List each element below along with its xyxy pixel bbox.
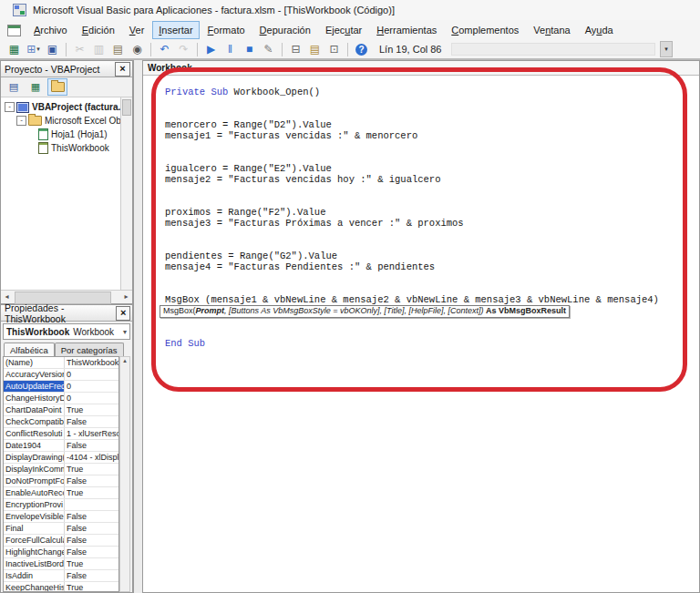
scroll-right-icon[interactable]: ▸ xyxy=(120,291,132,302)
property-row[interactable]: DisplayDrawing(-4104 - xlDispl xyxy=(4,452,118,464)
tab-alfabetica[interactable]: Alfabética xyxy=(4,343,55,356)
project-explorer-icon[interactable]: ⊟ xyxy=(287,41,304,57)
menu-archivo[interactable]: Archivo xyxy=(27,21,74,39)
menu-ver[interactable]: Ver xyxy=(123,21,151,39)
menu-insertar[interactable]: Insertar xyxy=(152,21,199,39)
project-icon xyxy=(16,102,29,113)
menu-formato[interactable]: Formato xyxy=(201,21,252,39)
object-browser-icon[interactable]: ⊡ xyxy=(325,41,343,57)
properties-window-icon[interactable]: ▤ xyxy=(306,41,324,57)
property-value[interactable]: False xyxy=(65,535,118,546)
tab-por-categorias[interactable]: Por categorías xyxy=(55,343,124,356)
menu-herramientas[interactable]: Herramientas xyxy=(370,21,443,39)
property-row[interactable]: HighlightChangeFalse xyxy=(4,547,118,558)
property-row[interactable]: FinalFalse xyxy=(4,523,118,535)
property-value[interactable]: 0 xyxy=(65,393,118,404)
code-window-menu-icon[interactable] xyxy=(7,25,21,36)
project-tree-scrollbar[interactable] xyxy=(120,97,132,290)
menu-complementos[interactable]: Complementos xyxy=(445,21,525,39)
scrollbar-track[interactable] xyxy=(13,291,120,302)
code-editor[interactable]: Private Sub Workbook_Open() menorcero = … xyxy=(143,76,698,592)
paste-icon[interactable]: ▤ xyxy=(109,41,127,57)
menu-ayuda[interactable]: Ayuda xyxy=(579,21,620,39)
run-icon[interactable]: ▶ xyxy=(202,41,220,57)
code-blank-line xyxy=(165,327,698,338)
property-row[interactable]: DisplayInkCommTrue xyxy=(4,464,118,475)
close-icon[interactable]: × xyxy=(115,62,130,77)
save-icon[interactable]: ▣ xyxy=(44,41,61,57)
break-icon[interactable]: ‖ xyxy=(221,41,239,57)
property-row[interactable]: DoNotPromptFoFalse xyxy=(4,475,118,487)
property-value[interactable]: 1 - xlUserReso xyxy=(65,428,118,439)
view-object-icon[interactable]: ▦ xyxy=(26,78,46,96)
property-value[interactable]: True xyxy=(65,487,118,498)
help-icon[interactable]: ? xyxy=(353,41,370,57)
reset-icon[interactable]: ■ xyxy=(241,41,258,57)
properties-scrollbar[interactable]: ▴ xyxy=(119,356,130,592)
property-value[interactable]: 0 xyxy=(65,381,118,392)
collapse-icon[interactable]: - xyxy=(5,102,15,112)
tree-item-thisworkbook[interactable]: ThisWorkbook xyxy=(1,141,132,155)
tree-item-microsoft-excel-objetos[interactable]: -Microsoft Excel Objetos xyxy=(1,114,132,128)
property-row[interactable]: ForceFullCalculaFalse xyxy=(4,535,118,547)
chevron-down-icon[interactable]: ▾ xyxy=(36,46,40,53)
undo-icon[interactable]: ↶ xyxy=(156,41,173,57)
insert-userform-icon[interactable]: ⊞▾ xyxy=(25,41,42,57)
property-value[interactable]: False xyxy=(65,570,118,581)
property-value[interactable]: True xyxy=(65,558,118,569)
property-value[interactable]: False xyxy=(65,440,118,451)
scroll-up-icon[interactable]: ▴ xyxy=(123,357,127,363)
object-selector-dropdown[interactable]: ThisWorkbook Workbook ▾ xyxy=(3,323,130,340)
code-object-dropdown[interactable]: Workbook xyxy=(143,61,699,76)
property-row[interactable]: (Name)ThisWorkbook xyxy=(4,357,118,369)
property-name: ChangeHistoryD xyxy=(4,393,65,404)
find-icon[interactable]: ◉ xyxy=(129,41,146,57)
toolbar-separator xyxy=(66,43,67,56)
property-value[interactable]: False xyxy=(65,511,118,522)
code-blank-line xyxy=(165,152,698,163)
design-mode-icon[interactable]: ✎ xyxy=(260,41,277,57)
property-row[interactable]: ConflictResoluti1 - xlUserReso xyxy=(4,428,118,440)
property-value[interactable]: True xyxy=(65,464,118,475)
view-code-icon[interactable]: ▤ xyxy=(4,78,24,96)
property-value[interactable]: 0 xyxy=(65,369,118,380)
scroll-left-icon[interactable]: ◂ xyxy=(1,291,13,302)
toggle-folders-icon[interactable] xyxy=(47,78,67,96)
menu-ventana[interactable]: Ventana xyxy=(527,21,576,39)
menu-edicion[interactable]: Edición xyxy=(76,21,121,39)
property-row[interactable]: AutoUpdateFreq0 xyxy=(4,381,118,393)
menu-ejecutar[interactable]: Ejecutar xyxy=(319,21,368,39)
property-name: Date1904 xyxy=(4,440,65,451)
property-value[interactable]: -4104 - xlDispl xyxy=(65,452,118,463)
scrollbar-thumb[interactable] xyxy=(122,99,131,116)
property-name: (Name) xyxy=(4,357,65,368)
tree-item-vbaproject-factura-xlsm[interactable]: -VBAProject (factura.xlsm) xyxy=(1,100,132,114)
worksheet-icon xyxy=(38,128,48,140)
property-row[interactable]: AccuracyVersion0 xyxy=(4,369,118,381)
menu-depuracion[interactable]: Depuración xyxy=(253,21,317,39)
property-value[interactable]: False xyxy=(65,475,118,486)
close-icon[interactable]: × xyxy=(116,306,130,321)
property-row[interactable]: KeepChangeHisTrue xyxy=(4,582,118,592)
property-row[interactable]: EncryptionProvi xyxy=(4,499,118,511)
property-row[interactable]: EnableAutoRecoTrue xyxy=(4,487,118,499)
property-value[interactable]: False xyxy=(65,416,118,427)
view-excel-icon[interactable]: ▦ xyxy=(5,41,23,57)
property-value[interactable]: True xyxy=(65,582,118,592)
collapse-icon[interactable]: - xyxy=(16,116,26,126)
project-toolbar: ▤▦ xyxy=(1,77,132,97)
property-row[interactable]: InactiveListBordTrue xyxy=(4,558,118,570)
property-row[interactable]: ChartDataPointTrue xyxy=(4,404,118,416)
property-row[interactable]: Date1904False xyxy=(4,440,118,452)
code-line: igualcero = Range("E2").Value xyxy=(165,163,698,174)
toolbar-overflow-button[interactable]: ▾ xyxy=(660,41,673,57)
property-value[interactable]: ThisWorkbook xyxy=(65,357,118,368)
property-value[interactable]: False xyxy=(65,547,118,557)
property-row[interactable]: ChangeHistoryD0 xyxy=(4,393,118,404)
property-row[interactable]: CheckCompatibiFalse xyxy=(4,416,118,428)
property-value[interactable]: False xyxy=(65,523,118,534)
property-value[interactable]: True xyxy=(65,404,118,415)
tree-item-hoja1-hoja1[interactable]: Hoja1 (Hoja1) xyxy=(1,128,132,141)
property-row[interactable]: EnvelopeVisibleFalse xyxy=(4,511,118,523)
property-row[interactable]: IsAddinFalse xyxy=(4,570,118,582)
